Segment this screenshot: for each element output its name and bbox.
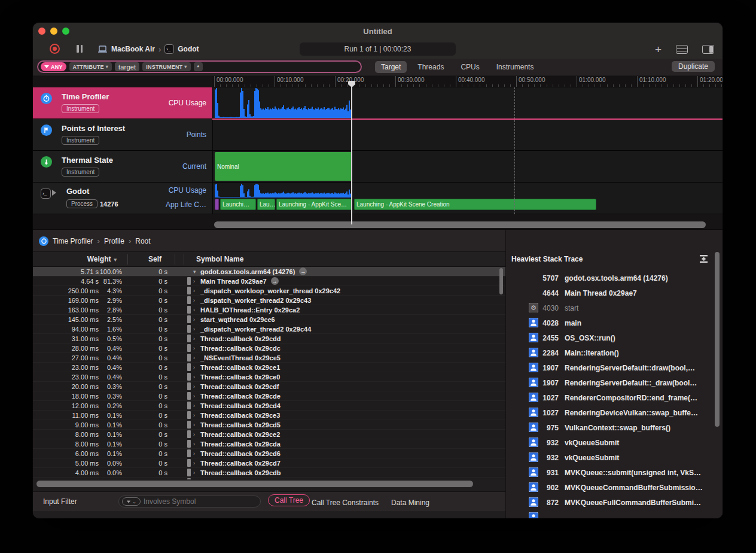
disclosure-closed-icon[interactable]: › <box>193 460 199 466</box>
call-tree-row[interactable]: 12.00 ms0.2%0 s›Thread::callback 0x29cd4 <box>33 401 505 411</box>
disclosure-closed-icon[interactable]: › <box>193 422 199 428</box>
disclosure-closed-icon[interactable]: › <box>193 393 199 399</box>
run-status[interactable]: Run 1 of 1 | 00:00:23 <box>300 42 456 56</box>
track-godot-lane[interactable]: Launchi…Lau…Launching - AppKit Sce…Launc… <box>212 183 723 214</box>
call-tree-row[interactable]: 94.00 ms1.6%0 s›_dispatch_worker_thread2… <box>33 324 505 334</box>
call-tree-button[interactable]: Call Tree <box>268 494 310 506</box>
minimize-button[interactable] <box>50 28 57 35</box>
close-button[interactable] <box>38 28 45 35</box>
call-tree-row[interactable]: 4.64 s81.3%0 s›Main Thread 0x29ae7→ <box>33 276 505 286</box>
track-points-of-interest[interactable]: Points of Interest Instrument Points <box>33 119 723 151</box>
disclosure-triangle[interactable] <box>52 190 56 196</box>
lifecycle-span[interactable] <box>215 199 219 210</box>
call-tree-row[interactable]: 23.00 ms0.4%0 s›Thread::callback 0x29ce1 <box>33 363 505 372</box>
stack-trace-entry[interactable]: 931MVKQueue::submit(unsigned int, VkS… <box>506 465 714 480</box>
disclosure-closed-icon[interactable]: › <box>193 384 199 390</box>
thermal-state-block[interactable]: Nominal <box>215 152 352 181</box>
call-tree-row[interactable]: 8.00 ms0.1%0 s›Thread::callback 0x29cda <box>33 439 505 449</box>
tab-target[interactable]: Target <box>375 61 407 73</box>
disclosure-closed-icon[interactable]: › <box>193 412 199 418</box>
stack-trace-entry[interactable]: 1027RendererCompositorRD::end_frame(… <box>506 390 714 405</box>
disclosure-closed-icon[interactable]: › <box>193 278 199 284</box>
stack-trace-entry[interactable]: 1907RenderingServerDefault::_draw(bool… <box>506 375 714 390</box>
disclosure-closed-icon[interactable]: › <box>193 432 199 437</box>
stack-trace-entry[interactable]: 2284Main::iteration() <box>506 345 714 360</box>
breadcrumb[interactable]: Time Profiler › Profile › Root <box>39 230 151 252</box>
symbol-filter-input[interactable]: ⌄ Involves Symbol <box>118 496 261 508</box>
track-thermal-lane[interactable]: Nominal <box>212 151 723 182</box>
column-header-weight[interactable]: Weight▾ <box>33 252 127 267</box>
breadcrumb-instrument[interactable]: Time Profiler <box>53 237 93 245</box>
stack-trace-entry[interactable]: 975VulkanContext::swap_buffers() <box>506 420 714 435</box>
disclosure-closed-icon[interactable]: › <box>193 355 199 361</box>
toggle-right-panel-button[interactable] <box>702 45 714 54</box>
call-tree-row[interactable]: 145.00 ms2.5%0 s›start_wqthread 0x29ce6 <box>33 315 505 324</box>
zoom-button[interactable] <box>62 28 69 35</box>
disclosure-closed-icon[interactable]: › <box>193 288 199 294</box>
call-tree-row[interactable]: 28.00 ms0.4%0 s›Thread::callback 0x29cdc <box>33 344 505 353</box>
track-godot-process[interactable]: ›_ Godot Process 14276 CPU Usage App Lif… <box>33 183 723 214</box>
disclosure-closed-icon[interactable]: › <box>193 317 199 323</box>
target-device-path[interactable]: MacBook Air › ›_ Godot <box>97 40 199 59</box>
toggle-bottom-panel-button[interactable] <box>676 45 688 54</box>
stack-trace-entry[interactable]: 4030⚙start <box>506 300 714 315</box>
filter-target-token[interactable]: target <box>115 62 139 71</box>
stack-trace-entry[interactable]: 902MVKQueueCommandBufferSubmissio… <box>506 480 714 495</box>
timeline-horizontal-scrollbar[interactable] <box>214 221 706 228</box>
disclosure-closed-icon[interactable]: › <box>193 364 199 370</box>
track-time-profiler-lane[interactable] <box>212 87 723 118</box>
track-time-profiler[interactable]: Time Profiler Instrument CPU Usage <box>33 87 723 119</box>
stack-trace-entry[interactable]: 1027RenderingDeviceVulkan::swap_buffe… <box>506 405 714 420</box>
disclosure-closed-icon[interactable]: › <box>193 441 199 447</box>
disclosure-closed-icon[interactable]: › <box>193 297 199 303</box>
data-mining-button[interactable]: Data Mining <box>391 496 429 507</box>
disclosure-closed-icon[interactable]: › <box>193 307 199 313</box>
disclosure-closed-icon[interactable]: › <box>193 470 199 476</box>
stack-trace-entry[interactable]: 932vkQueueSubmit <box>506 450 714 465</box>
stack-trace-entry[interactable]: 5707godot.osx.tools.arm64 (14276) <box>506 271 714 285</box>
lifecycle-span[interactable]: Launching - AppKit Scene Creation <box>354 199 596 210</box>
call-tree-row[interactable]: 31.00 ms0.5%0 s›Thread::callback 0x29cdd <box>33 334 505 344</box>
time-ruler[interactable]: 00:00.00000:10.00000:20.00000:30.00000:4… <box>212 76 723 87</box>
table-horizontal-scrollbar[interactable] <box>36 481 473 487</box>
call-tree-row[interactable]: 5.00 ms0.0%0 s›Thread::callback 0x29cd7 <box>33 458 505 468</box>
disclosure-closed-icon[interactable]: › <box>193 479 199 480</box>
pause-button[interactable] <box>77 45 83 53</box>
stack-trace-entry[interactable]: 2455OS_OSX::run() <box>506 330 714 345</box>
stack-vertical-scrollbar[interactable] <box>715 252 720 427</box>
disclosure-closed-icon[interactable]: › <box>193 403 199 409</box>
disclosure-closed-icon[interactable]: › <box>193 374 199 380</box>
call-tree-row[interactable]: 23.00 ms0.4%0 s›Thread::callback 0x29ce0 <box>33 372 505 382</box>
title-bar[interactable]: Untitled <box>33 23 723 40</box>
track-thermal-header[interactable]: Thermal State Instrument Current <box>33 151 212 182</box>
add-instrument-button[interactable]: + <box>655 44 662 55</box>
stack-trace-entry[interactable]: 4644Main Thread 0x29ae7 <box>506 285 714 300</box>
filter-instrument-token[interactable]: INSTRUMENT ▾ <box>142 62 190 71</box>
call-tree-row[interactable]: 27.00 ms0.4%0 s›_NSEventThread 0x29ce5 <box>33 353 505 363</box>
call-tree-row[interactable]: 18.00 ms0.3%0 s›Thread::callback 0x29cde <box>33 391 505 401</box>
call-tree-row[interactable]: 6.00 ms0.1%0 s›Thread::callback 0x29cd6 <box>33 449 505 458</box>
call-tree-constraints-button[interactable]: Call Tree Constraints <box>312 496 379 507</box>
call-tree-row[interactable]: 8.00 ms0.1%0 s›Thread::callback 0x29ce2 <box>33 430 505 439</box>
filter-attribute-token[interactable]: ATTRIBUTE ▾ <box>69 62 112 71</box>
breadcrumb-root[interactable]: Root <box>135 237 150 245</box>
stack-trace-entry[interactable]: 1907RenderingServerDefault::draw(bool,… <box>506 360 714 375</box>
stack-trace-entry[interactable]: 932vkQueueSubmit <box>506 435 714 450</box>
track-poi-header[interactable]: Points of Interest Instrument Points <box>33 119 212 150</box>
tab-instruments[interactable]: Instruments <box>490 61 540 73</box>
record-button[interactable] <box>50 44 60 54</box>
stack-trace-entry[interactable] <box>506 510 714 518</box>
filter-scope-pill[interactable]: ⌄ <box>122 497 141 506</box>
call-tree-row[interactable]: 4.00 ms0.0%0 s›Thread::callback 0x29cdb <box>33 468 505 478</box>
tab-cpus[interactable]: CPUs <box>455 61 485 73</box>
disclosure-closed-icon[interactable]: › <box>193 326 199 332</box>
track-time-profiler-header[interactable]: Time Profiler Instrument CPU Usage <box>33 87 212 118</box>
focus-arrow-icon[interactable]: → <box>299 268 307 275</box>
call-tree-row[interactable]: 4.00 ms0.0%0 s›Thread::callback <box>33 478 505 479</box>
filter-any-token[interactable]: ANY <box>41 62 66 71</box>
track-godot-header[interactable]: ›_ Godot Process 14276 CPU Usage App Lif… <box>33 183 212 214</box>
duplicate-button[interactable]: Duplicate <box>672 61 715 72</box>
breadcrumb-profile[interactable]: Profile <box>104 237 124 245</box>
call-tree-row[interactable]: 20.00 ms0.3%0 s›Thread::callback 0x29cdf <box>33 382 505 391</box>
column-header-symbol[interactable]: Symbol Name <box>196 252 243 267</box>
